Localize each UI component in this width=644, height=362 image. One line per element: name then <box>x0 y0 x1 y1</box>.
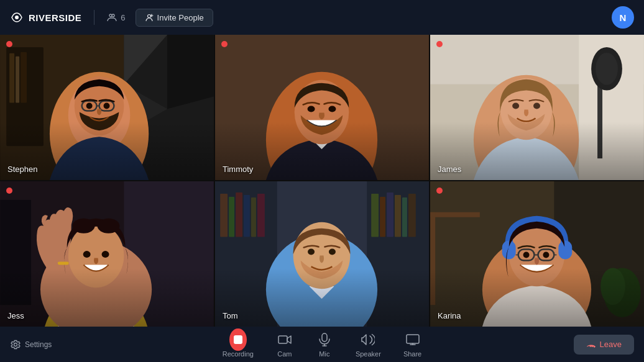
rec-dot-timmoty <box>221 41 228 47</box>
svg-point-1 <box>147 15 150 18</box>
rec-dot-stephen <box>6 41 12 47</box>
svg-rect-85 <box>322 333 327 342</box>
name-tag-karina: Karina <box>438 311 461 320</box>
cam-svg <box>278 334 292 345</box>
settings-control[interactable]: Settings <box>10 339 52 350</box>
share-button[interactable]: Share <box>393 327 431 361</box>
svg-rect-88 <box>407 335 419 343</box>
name-tag-stephen: Stephen <box>7 165 37 174</box>
video-cell-jess: Jess <box>0 181 214 327</box>
header: RIVERSIDE 6 Invite People N <box>0 0 644 35</box>
recording-label: Recording <box>223 350 254 358</box>
svg-rect-84 <box>278 336 287 343</box>
cell-overlay-timmoty <box>215 35 429 180</box>
bottom-bar: Settings Recording Cam <box>0 327 644 362</box>
record-stop-shape <box>234 335 242 344</box>
mic-icon <box>316 331 333 348</box>
record-button-icon <box>229 328 247 351</box>
invite-label: Invite People <box>157 13 204 22</box>
leave-label: Leave <box>600 340 622 349</box>
rec-dot-james <box>436 41 443 47</box>
share-svg <box>406 334 420 345</box>
app-name: RIVERSIDE <box>29 12 81 23</box>
video-cell-timmoty: Timmoty <box>215 35 429 180</box>
video-cell-stephen: Stephen <box>0 35 214 180</box>
cam-icon <box>276 331 293 348</box>
cell-overlay-tom <box>215 181 429 327</box>
phone-end-icon <box>586 340 596 350</box>
invite-button[interactable]: Invite People <box>136 9 213 27</box>
user-avatar[interactable]: N <box>612 6 634 29</box>
mic-button[interactable]: Mic <box>306 327 343 361</box>
video-cell-karina: Karina <box>430 181 644 327</box>
settings-icon <box>10 339 21 350</box>
leave-control: Leave <box>574 335 634 355</box>
mic-svg <box>319 333 330 346</box>
name-tag-tom: Tom <box>223 311 238 320</box>
share-icon <box>404 331 421 348</box>
mic-label: Mic <box>319 350 329 358</box>
cam-label: Cam <box>277 350 292 358</box>
invite-icon <box>145 13 154 22</box>
svg-point-0 <box>15 16 19 19</box>
settings-label: Settings <box>25 340 52 349</box>
name-tag-timmoty: Timmoty <box>223 165 253 174</box>
cell-overlay-james <box>430 35 644 180</box>
speaker-icon <box>359 331 377 348</box>
riverside-logo-icon <box>10 11 24 24</box>
video-cell-james: James <box>430 35 644 180</box>
speaker-label: Speaker <box>356 350 381 358</box>
video-grid: Stephen <box>0 35 644 327</box>
cell-overlay-karina <box>430 181 644 327</box>
name-tag-james: James <box>438 165 461 174</box>
participants-count: 6 <box>121 13 125 22</box>
cam-button[interactable]: Cam <box>266 327 303 361</box>
name-tag-jess: Jess <box>7 311 24 320</box>
speaker-svg <box>361 333 375 346</box>
speaker-button[interactable]: Speaker <box>346 327 391 361</box>
rec-dot-karina <box>436 188 443 194</box>
control-group: Recording Cam Mic <box>213 327 431 361</box>
logo: RIVERSIDE <box>10 11 81 24</box>
leave-button[interactable]: Leave <box>574 335 634 355</box>
cell-overlay-jess <box>0 181 214 327</box>
rec-dot-jess <box>6 188 12 194</box>
participants-badge[interactable]: 6 <box>107 12 125 22</box>
cell-overlay-stephen <box>0 35 214 180</box>
video-cell-tom: Tom <box>215 181 429 327</box>
participants-icon <box>107 12 117 22</box>
recording-icon-wrap <box>229 331 247 348</box>
header-divider <box>94 10 94 25</box>
share-label: Share <box>403 350 421 358</box>
recording-button[interactable]: Recording <box>213 327 264 361</box>
